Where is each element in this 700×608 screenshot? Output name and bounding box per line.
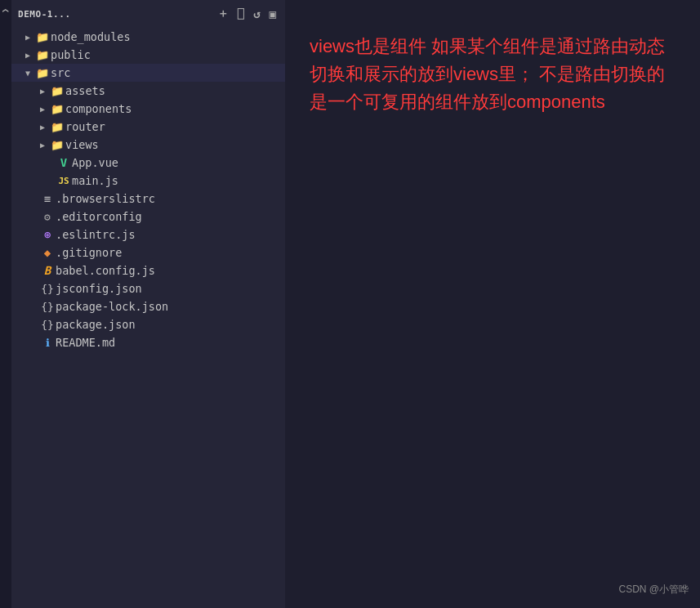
tree-item-app-vue[interactable]: ▶ V App.vue xyxy=(11,154,285,172)
new-folder-icon[interactable]: ⎕ xyxy=(236,6,247,22)
tree-item-label: public xyxy=(51,48,285,61)
tree-item-browserslistrc[interactable]: ▶ ≡ .browserslistrc xyxy=(11,190,285,208)
refresh-icon[interactable]: ↺ xyxy=(252,6,262,22)
chevron-icon: ▼ xyxy=(21,69,34,78)
tree-item-public[interactable]: ▶ 📁 public xyxy=(11,46,285,64)
readme-icon: ℹ xyxy=(39,337,56,349)
tree-item-label: router xyxy=(65,120,285,133)
tree-item-readme[interactable]: ▶ ℹ README.md xyxy=(11,333,285,351)
tree-item-label: .editorconfig xyxy=(56,210,285,223)
tree-item-router[interactable]: ▶ 📁 router xyxy=(11,118,285,136)
folder-icon: 📁 xyxy=(49,103,65,115)
tree-item-package-lock[interactable]: ▶ {} package-lock.json xyxy=(11,297,285,315)
browserslist-icon: ≡ xyxy=(39,192,56,205)
tree-item-label: .browserslistrc xyxy=(56,192,285,205)
vue-icon: V xyxy=(56,156,72,169)
tree-item-gitignore[interactable]: ▶ ◆ .gitignore xyxy=(11,244,285,262)
tree-item-eslintrc[interactable]: ▶ ⊛ .eslintrc.js xyxy=(11,226,285,244)
tree-item-label: assets xyxy=(65,84,285,97)
tree-item-label: .eslintrc.js xyxy=(56,228,285,241)
tree-item-label: App.vue xyxy=(72,156,285,169)
json-icon: {} xyxy=(39,301,56,313)
babel-icon: B xyxy=(39,264,56,277)
tree-item-components[interactable]: ▶ 📁 components xyxy=(11,100,285,118)
explorer-header: DEMO-1... ＋ ⎕ ↺ ▣ xyxy=(11,0,285,28)
collapse-sidebar-icon[interactable]: ❮ xyxy=(2,8,11,13)
chevron-icon: ▶ xyxy=(21,33,34,42)
git-icon: ◆ xyxy=(39,246,56,259)
annotation-text: views也是组件 如果某个组件是通过路由动态切换和展示的放到views里； 不… xyxy=(310,33,669,116)
tree-item-label: src xyxy=(51,66,285,79)
chevron-icon: ▶ xyxy=(36,123,49,132)
folder-icon: 📁 xyxy=(34,49,51,61)
tree-item-label: .gitignore xyxy=(56,246,285,259)
tree-item-views[interactable]: ▶ 📁 views xyxy=(11,136,285,154)
folder-icon: 📁 xyxy=(49,121,65,133)
explorer-title: DEMO-1... xyxy=(18,9,216,20)
folder-icon: 📁 xyxy=(49,85,65,97)
tree-item-label: node_modules xyxy=(51,30,285,43)
eslint-icon: ⊛ xyxy=(39,228,56,241)
json-icon: {} xyxy=(39,319,56,331)
chevron-icon: ▶ xyxy=(21,51,34,60)
chevron-icon: ▶ xyxy=(36,87,49,96)
tree-item-babel-config[interactable]: ▶ B babel.config.js xyxy=(11,262,285,279)
folder-icon: 📁 xyxy=(34,67,51,79)
new-file-icon[interactable]: ＋ xyxy=(216,5,231,23)
watermark: CSDN @小管哗 xyxy=(618,583,689,597)
activity-bar: ❮ xyxy=(0,0,11,608)
tree-item-editorconfig[interactable]: ▶ ⚙ .editorconfig xyxy=(11,208,285,226)
collapse-all-icon[interactable]: ▣ xyxy=(268,6,279,22)
tree-item-assets[interactable]: ▶ 📁 assets xyxy=(11,82,285,100)
tree-item-label: jsconfig.json xyxy=(56,282,285,295)
tree-item-main-js[interactable]: ▶ JS main.js xyxy=(11,172,285,190)
json-icon: {} xyxy=(39,283,56,295)
tree-item-label: views xyxy=(65,138,285,151)
explorer-header-icons: ＋ ⎕ ↺ ▣ xyxy=(216,5,279,23)
tree-item-label: README.md xyxy=(56,336,285,349)
tree-item-label: main.js xyxy=(72,174,285,187)
chevron-icon: ▶ xyxy=(36,105,49,114)
main-content-area: views也是组件 如果某个组件是通过路由动态切换和展示的放到views里； 不… xyxy=(285,0,700,608)
tree-item-node-modules[interactable]: ▶ 📁 node_modules xyxy=(11,28,285,46)
folder-icon: 📁 xyxy=(34,31,51,43)
tree-item-label: babel.config.js xyxy=(56,264,285,277)
js-icon: JS xyxy=(56,176,72,186)
tree-item-label: package-lock.json xyxy=(56,300,285,313)
editorconfig-icon: ⚙ xyxy=(39,211,56,223)
tree-item-label: package.json xyxy=(56,318,285,331)
file-explorer-sidebar: DEMO-1... ＋ ⎕ ↺ ▣ ▶ 📁 node_modules ▶ 📁 p… xyxy=(11,0,285,608)
folder-icon: 📁 xyxy=(49,139,65,151)
tree-item-src[interactable]: ▼ 📁 src xyxy=(11,64,285,82)
tree-item-label: components xyxy=(65,102,285,115)
chevron-icon: ▶ xyxy=(36,141,49,150)
tree-item-jsconfig[interactable]: ▶ {} jsconfig.json xyxy=(11,279,285,297)
tree-item-package[interactable]: ▶ {} package.json xyxy=(11,315,285,333)
